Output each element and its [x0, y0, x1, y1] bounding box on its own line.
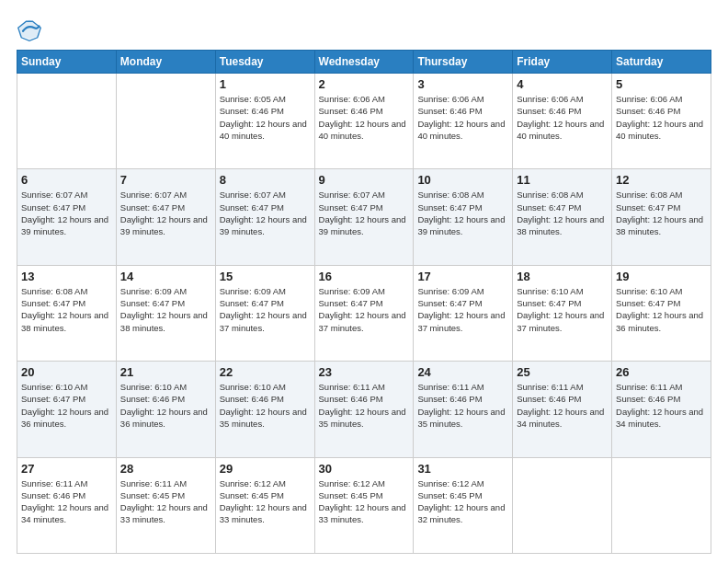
calendar-cell: 18Sunrise: 6:10 AM Sunset: 6:47 PM Dayli…: [513, 265, 612, 361]
cell-info: Sunrise: 6:12 AM Sunset: 6:45 PM Dayligh…: [319, 477, 410, 526]
cell-info: Sunrise: 6:08 AM Sunset: 6:47 PM Dayligh…: [517, 189, 608, 237]
calendar-cell: 12Sunrise: 6:08 AM Sunset: 6:47 PM Dayli…: [612, 169, 711, 265]
cell-info: Sunrise: 6:07 AM Sunset: 6:47 PM Dayligh…: [120, 189, 211, 237]
calendar-cell: 28Sunrise: 6:11 AM Sunset: 6:45 PM Dayli…: [116, 457, 215, 553]
cell-info: Sunrise: 6:09 AM Sunset: 6:47 PM Dayligh…: [220, 285, 311, 334]
cell-info: Sunrise: 6:11 AM Sunset: 6:46 PM Dayligh…: [319, 381, 410, 430]
calendar-cell: 8Sunrise: 6:07 AM Sunset: 6:47 PM Daylig…: [215, 169, 314, 265]
day-number: 1: [220, 77, 311, 91]
cell-info: Sunrise: 6:11 AM Sunset: 6:46 PM Dayligh…: [616, 381, 707, 430]
cell-info: Sunrise: 6:06 AM Sunset: 6:46 PM Dayligh…: [319, 93, 410, 142]
cell-info: Sunrise: 6:06 AM Sunset: 6:46 PM Dayligh…: [417, 93, 508, 142]
calendar-cell: 14Sunrise: 6:09 AM Sunset: 6:47 PM Dayli…: [116, 265, 215, 361]
day-header-friday: Friday: [513, 51, 612, 74]
day-number: 28: [120, 462, 211, 476]
calendar-cell: 7Sunrise: 6:07 AM Sunset: 6:47 PM Daylig…: [116, 169, 215, 265]
cell-info: Sunrise: 6:08 AM Sunset: 6:47 PM Dayligh…: [417, 189, 508, 237]
calendar-cell: 25Sunrise: 6:11 AM Sunset: 6:46 PM Dayli…: [513, 362, 612, 457]
cell-info: Sunrise: 6:09 AM Sunset: 6:47 PM Dayligh…: [120, 285, 211, 334]
day-number: 15: [220, 270, 311, 283]
cell-info: Sunrise: 6:10 AM Sunset: 6:47 PM Dayligh…: [616, 285, 707, 334]
day-number: 6: [21, 173, 112, 187]
week-row-4: 27Sunrise: 6:11 AM Sunset: 6:46 PM Dayli…: [17, 457, 711, 553]
cell-info: Sunrise: 6:07 AM Sunset: 6:47 PM Dayligh…: [220, 189, 311, 237]
cell-info: Sunrise: 6:12 AM Sunset: 6:45 PM Dayligh…: [220, 477, 311, 526]
week-row-2: 13Sunrise: 6:08 AM Sunset: 6:47 PM Dayli…: [17, 265, 711, 361]
cell-info: Sunrise: 6:06 AM Sunset: 6:46 PM Dayligh…: [616, 93, 707, 142]
day-number: 5: [616, 77, 707, 91]
day-number: 11: [517, 173, 608, 187]
day-number: 20: [21, 365, 112, 379]
day-number: 8: [220, 173, 311, 187]
day-number: 9: [319, 173, 410, 187]
day-number: 23: [319, 365, 410, 379]
calendar-cell: 27Sunrise: 6:11 AM Sunset: 6:46 PM Dayli…: [17, 457, 117, 553]
calendar-cell: 6Sunrise: 6:07 AM Sunset: 6:47 PM Daylig…: [17, 169, 117, 265]
calendar-cell: 19Sunrise: 6:10 AM Sunset: 6:47 PM Dayli…: [612, 265, 711, 361]
week-row-0: 1Sunrise: 6:05 AM Sunset: 6:46 PM Daylig…: [17, 74, 711, 169]
calendar-cell: [17, 74, 117, 169]
calendar-cell: 22Sunrise: 6:10 AM Sunset: 6:46 PM Dayli…: [215, 362, 314, 457]
calendar-cell: 11Sunrise: 6:08 AM Sunset: 6:47 PM Dayli…: [513, 169, 612, 265]
day-number: 26: [616, 365, 707, 379]
cell-info: Sunrise: 6:11 AM Sunset: 6:46 PM Dayligh…: [417, 381, 508, 430]
calendar-cell: 26Sunrise: 6:11 AM Sunset: 6:46 PM Dayli…: [612, 362, 711, 457]
day-number: 4: [517, 77, 608, 91]
day-number: 27: [21, 462, 112, 476]
cell-info: Sunrise: 6:07 AM Sunset: 6:47 PM Dayligh…: [319, 189, 410, 237]
calendar-cell: 23Sunrise: 6:11 AM Sunset: 6:46 PM Dayli…: [314, 362, 414, 457]
cell-info: Sunrise: 6:05 AM Sunset: 6:46 PM Dayligh…: [220, 93, 311, 142]
page: SundayMondayTuesdayWednesdayThursdayFrid…: [0, 0, 728, 563]
calendar-cell: 3Sunrise: 6:06 AM Sunset: 6:46 PM Daylig…: [414, 74, 513, 169]
day-number: 12: [616, 173, 707, 187]
day-number: 14: [120, 270, 211, 283]
day-number: 16: [319, 270, 410, 283]
day-number: 22: [220, 365, 311, 379]
cell-info: Sunrise: 6:06 AM Sunset: 6:46 PM Dayligh…: [517, 93, 608, 142]
week-row-1: 6Sunrise: 6:07 AM Sunset: 6:47 PM Daylig…: [17, 169, 711, 265]
calendar-cell: [612, 457, 711, 553]
calendar-cell: 31Sunrise: 6:12 AM Sunset: 6:45 PM Dayli…: [414, 457, 513, 553]
day-header-saturday: Saturday: [612, 51, 711, 74]
calendar-cell: 16Sunrise: 6:09 AM Sunset: 6:47 PM Dayli…: [314, 265, 414, 361]
day-header-tuesday: Tuesday: [215, 51, 314, 74]
day-number: 2: [319, 77, 410, 91]
day-number: 7: [120, 173, 211, 187]
day-number: 19: [616, 270, 707, 283]
calendar-cell: 13Sunrise: 6:08 AM Sunset: 6:47 PM Dayli…: [17, 265, 117, 361]
logo: [17, 17, 46, 42]
day-header-thursday: Thursday: [414, 51, 513, 74]
day-header-wednesday: Wednesday: [314, 51, 414, 74]
calendar-cell: [116, 74, 215, 169]
logo-icon: [17, 17, 42, 42]
day-number: 31: [417, 462, 508, 476]
day-number: 10: [417, 173, 508, 187]
week-row-3: 20Sunrise: 6:10 AM Sunset: 6:47 PM Dayli…: [17, 362, 711, 457]
day-number: 17: [417, 270, 508, 283]
day-number: 24: [417, 365, 508, 379]
cell-info: Sunrise: 6:08 AM Sunset: 6:47 PM Dayligh…: [616, 189, 707, 237]
calendar-cell: 15Sunrise: 6:09 AM Sunset: 6:47 PM Dayli…: [215, 265, 314, 361]
svg-marker-0: [20, 20, 40, 40]
cell-info: Sunrise: 6:10 AM Sunset: 6:46 PM Dayligh…: [220, 381, 311, 430]
day-number: 21: [120, 365, 211, 379]
cell-info: Sunrise: 6:11 AM Sunset: 6:46 PM Dayligh…: [21, 477, 112, 526]
calendar-header-row: SundayMondayTuesdayWednesdayThursdayFrid…: [17, 51, 711, 74]
calendar-cell: 1Sunrise: 6:05 AM Sunset: 6:46 PM Daylig…: [215, 74, 314, 169]
calendar-cell: 30Sunrise: 6:12 AM Sunset: 6:45 PM Dayli…: [314, 457, 414, 553]
header: [17, 17, 711, 42]
cell-info: Sunrise: 6:10 AM Sunset: 6:46 PM Dayligh…: [120, 381, 211, 430]
calendar-cell: 5Sunrise: 6:06 AM Sunset: 6:46 PM Daylig…: [612, 74, 711, 169]
cell-info: Sunrise: 6:09 AM Sunset: 6:47 PM Dayligh…: [319, 285, 410, 334]
calendar-cell: 2Sunrise: 6:06 AM Sunset: 6:46 PM Daylig…: [314, 74, 414, 169]
cell-info: Sunrise: 6:11 AM Sunset: 6:45 PM Dayligh…: [120, 477, 211, 526]
day-number: 13: [21, 270, 112, 283]
calendar-cell: 9Sunrise: 6:07 AM Sunset: 6:47 PM Daylig…: [314, 169, 414, 265]
cell-info: Sunrise: 6:12 AM Sunset: 6:45 PM Dayligh…: [417, 477, 508, 526]
day-number: 29: [220, 462, 311, 476]
cell-info: Sunrise: 6:11 AM Sunset: 6:46 PM Dayligh…: [517, 381, 608, 430]
cell-info: Sunrise: 6:09 AM Sunset: 6:47 PM Dayligh…: [417, 285, 508, 334]
day-number: 30: [319, 462, 410, 476]
calendar-cell: 20Sunrise: 6:10 AM Sunset: 6:47 PM Dayli…: [17, 362, 117, 457]
calendar-cell: 10Sunrise: 6:08 AM Sunset: 6:47 PM Dayli…: [414, 169, 513, 265]
